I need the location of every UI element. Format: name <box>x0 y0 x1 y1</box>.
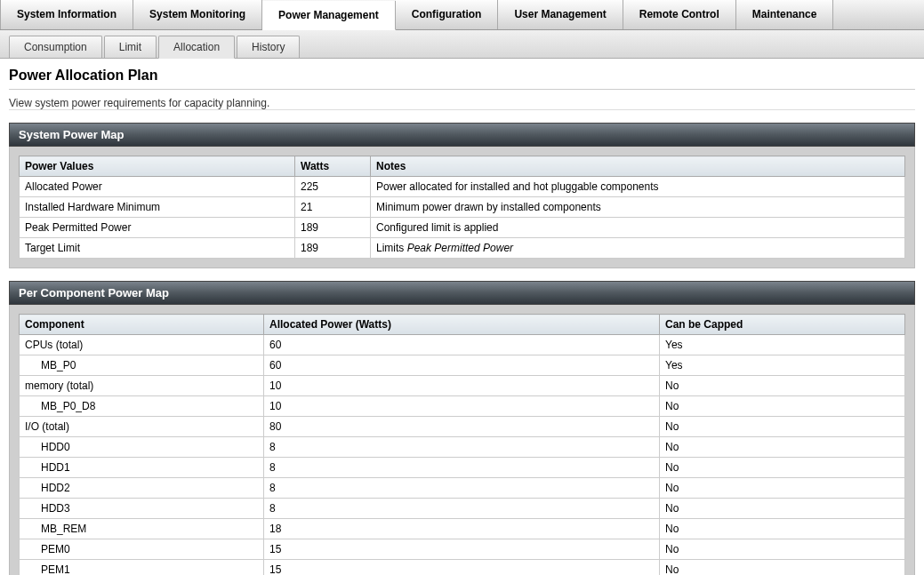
cell-capped: No <box>660 539 905 560</box>
table-row: Peak Permitted Power189Configured limit … <box>20 218 905 238</box>
table-row: HDD08No <box>20 437 905 458</box>
table-row: Installed Hardware Minimum21Minimum powe… <box>20 197 905 218</box>
cell-allocated-watts: 18 <box>264 519 660 539</box>
cell-allocated-watts: 8 <box>264 478 660 499</box>
table-header-row: Power Values Watts Notes <box>20 156 905 177</box>
col-watts: Watts <box>295 156 371 177</box>
main-tab-remote-control[interactable]: Remote Control <box>623 0 736 29</box>
cell-component: PEM1 <box>20 560 264 576</box>
cell-allocated-watts: 8 <box>264 499 660 519</box>
main-tab-system-monitoring[interactable]: System Monitoring <box>133 0 262 29</box>
table-row: Allocated Power225Power allocated for in… <box>20 177 905 197</box>
cell-allocated-watts: 60 <box>264 355 660 376</box>
table-row: PEM115No <box>20 560 905 576</box>
col-capped: Can be Capped <box>660 315 905 335</box>
cell-watts: 189 <box>295 218 371 238</box>
cell-component: HDD0 <box>20 437 264 458</box>
cell-component: MB_REM <box>20 519 264 539</box>
cell-notes: Minimum power drawn by installed compone… <box>371 197 905 218</box>
cell-component: MB_P0 <box>20 355 264 376</box>
per-component-table: Component Allocated Power (Watts) Can be… <box>19 314 905 575</box>
col-component: Component <box>20 315 264 335</box>
cell-notes: Limits Peak Permitted Power <box>371 238 905 259</box>
sub-tab-allocation[interactable]: Allocation <box>158 36 235 59</box>
table-row: HDD18No <box>20 458 905 478</box>
sub-tab-bar: ConsumptionLimitAllocationHistory <box>0 30 924 59</box>
cell-capped: No <box>660 417 905 437</box>
cell-capped: No <box>660 519 905 539</box>
page-title: Power Allocation Plan <box>9 68 915 84</box>
col-power-values: Power Values <box>20 156 295 177</box>
cell-component: HDD2 <box>20 478 264 499</box>
cell-capped: No <box>660 478 905 499</box>
sub-tab-history[interactable]: History <box>237 36 300 58</box>
cell-allocated-watts: 60 <box>264 335 660 355</box>
main-tab-bar: System InformationSystem MonitoringPower… <box>0 0 924 30</box>
cell-allocated-watts: 8 <box>264 458 660 478</box>
cell-allocated-watts: 10 <box>264 376 660 396</box>
col-notes: Notes <box>371 156 905 177</box>
cell-power-value: Installed Hardware Minimum <box>20 197 295 218</box>
cell-watts: 189 <box>295 238 371 259</box>
cell-component: CPUs (total) <box>20 335 264 355</box>
cell-capped: No <box>660 376 905 396</box>
table-row: HDD28No <box>20 478 905 499</box>
cell-power-value: Peak Permitted Power <box>20 218 295 238</box>
cell-allocated-watts: 15 <box>264 560 660 576</box>
table-header-row: Component Allocated Power (Watts) Can be… <box>20 315 905 335</box>
per-component-body: Component Allocated Power (Watts) Can be… <box>9 305 915 575</box>
system-power-map-header: System Power Map <box>9 123 915 147</box>
main-tab-system-information[interactable]: System Information <box>0 0 133 29</box>
cell-capped: No <box>660 560 905 576</box>
table-row: MB_P060Yes <box>20 355 905 376</box>
main-tab-power-management[interactable]: Power Management <box>262 1 396 30</box>
main-tab-configuration[interactable]: Configuration <box>396 0 499 29</box>
main-tab-maintenance[interactable]: Maintenance <box>736 0 834 29</box>
cell-capped: No <box>660 396 905 417</box>
table-row: MB_P0_D810No <box>20 396 905 417</box>
main-tab-user-management[interactable]: User Management <box>498 0 623 29</box>
cell-capped: No <box>660 499 905 519</box>
cell-allocated-watts: 80 <box>264 417 660 437</box>
cell-component: HDD3 <box>20 499 264 519</box>
cell-allocated-watts: 15 <box>264 539 660 560</box>
col-allocated-watts: Allocated Power (Watts) <box>264 315 660 335</box>
cell-component: HDD1 <box>20 458 264 478</box>
cell-component: MB_P0_D8 <box>20 396 264 417</box>
cell-capped: Yes <box>660 355 905 376</box>
per-component-header: Per Component Power Map <box>9 281 915 305</box>
cell-watts: 225 <box>295 177 371 197</box>
cell-power-value: Allocated Power <box>20 177 295 197</box>
table-row: PEM015No <box>20 539 905 560</box>
cell-capped: No <box>660 458 905 478</box>
cell-allocated-watts: 10 <box>264 396 660 417</box>
cell-watts: 21 <box>295 197 371 218</box>
table-row: Target Limit189Limits Peak Permitted Pow… <box>20 238 905 259</box>
sub-tab-consumption[interactable]: Consumption <box>9 36 102 58</box>
cell-component: I/O (total) <box>20 417 264 437</box>
cell-notes: Power allocated for installed and hot pl… <box>371 177 905 197</box>
content-area: Power Allocation Plan View system power … <box>0 59 924 575</box>
cell-component: PEM0 <box>20 539 264 560</box>
table-row: MB_REM18No <box>20 519 905 539</box>
table-row: I/O (total)80No <box>20 417 905 437</box>
system-power-map-body: Power Values Watts Notes Allocated Power… <box>9 147 915 268</box>
cell-power-value: Target Limit <box>20 238 295 259</box>
cell-notes: Configured limit is applied <box>371 218 905 238</box>
cell-component: memory (total) <box>20 376 264 396</box>
table-row: HDD38No <box>20 499 905 519</box>
system-power-map-table: Power Values Watts Notes Allocated Power… <box>19 156 905 259</box>
table-row: memory (total)10No <box>20 376 905 396</box>
cell-allocated-watts: 8 <box>264 437 660 458</box>
sub-tab-limit[interactable]: Limit <box>104 36 157 58</box>
page-subtitle: View system power requirements for capac… <box>9 93 915 110</box>
cell-capped: No <box>660 437 905 458</box>
table-row: CPUs (total)60Yes <box>20 335 905 355</box>
title-divider <box>9 89 915 90</box>
cell-capped: Yes <box>660 335 905 355</box>
